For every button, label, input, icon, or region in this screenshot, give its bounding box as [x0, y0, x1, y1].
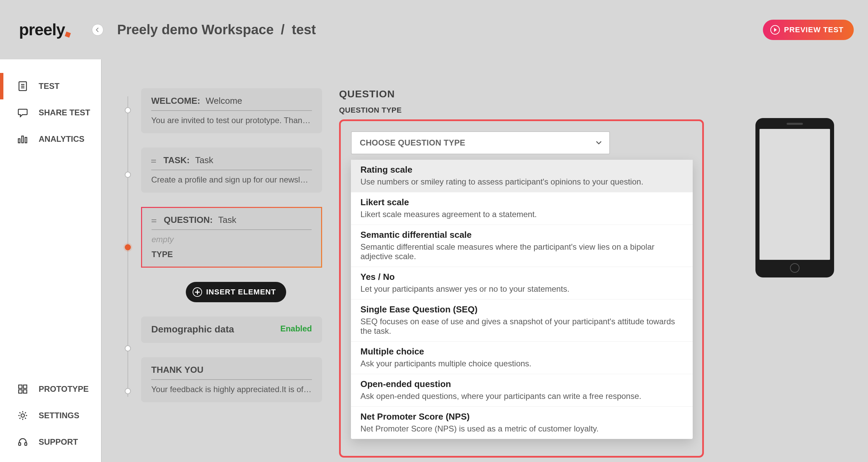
sidebar-item-label: TEST [39, 81, 59, 91]
question-type-dropdown[interactable]: CHOOSE QUESTION TYPE [351, 131, 610, 154]
svg-point-11 [21, 414, 24, 417]
chat-icon [18, 108, 28, 118]
option-title: Yes / No [360, 272, 683, 282]
detail-panel: QUESTION QUESTION TYPE CHOOSE QUESTION T… [339, 88, 854, 458]
step-desc: Your feedback is highly appreciated.It i… [151, 380, 312, 394]
sidebar: TEST SHARE TEST ANALYTICS [0, 59, 102, 462]
sidebar-item-label: PROTOTYPE [39, 384, 89, 394]
option-title: Single Ease Question (SEQ) [360, 304, 683, 315]
phone-screen [760, 129, 830, 260]
timeline-dot [125, 388, 131, 394]
sidebar-item-share-test[interactable]: SHARE TEST [0, 99, 101, 126]
logo-text: preely [19, 21, 65, 39]
breadcrumb-workspace[interactable]: Preely demo Workspace [117, 22, 274, 37]
option-semantic-differential[interactable]: Semantic differential scale Semantic dif… [351, 225, 693, 267]
svg-rect-5 [22, 136, 23, 143]
option-title: Multiple choice [360, 346, 683, 357]
logo-dot-icon [65, 32, 71, 38]
breadcrumb-separator: / [281, 22, 284, 37]
step-label: TASK: [163, 155, 190, 166]
option-desc: Ask open-ended questions, where your par… [360, 391, 683, 401]
sidebar-item-test[interactable]: TEST [0, 73, 101, 99]
svg-rect-10 [23, 390, 27, 393]
sidebar-item-support[interactable]: SUPPORT [0, 429, 101, 455]
timeline-dot [125, 172, 131, 178]
option-desc: SEQ focuses on ease of use and gives a s… [360, 317, 683, 336]
option-desc: Net Promoter Score (NPS) is used as a me… [360, 424, 683, 434]
option-likert-scale[interactable]: Likert scale Likert scale measures agree… [351, 192, 693, 225]
insert-element-label: INSERT ELEMENT [206, 288, 276, 296]
sidebar-item-prototype[interactable]: PROTOTYPE [0, 376, 101, 402]
step-empty: empty [152, 230, 312, 244]
breadcrumb: Preely demo Workspace / test [117, 22, 316, 37]
back-button[interactable] [92, 24, 103, 36]
step-desc: Create a profile and sign up for our new… [151, 170, 312, 185]
plus-icon [193, 287, 202, 297]
logo[interactable]: preely [19, 20, 70, 39]
preview-test-button[interactable]: PREVIEW TEST [763, 20, 854, 40]
option-desc: Let your participants answer yes or no t… [360, 284, 683, 294]
breadcrumb-current[interactable]: test [292, 22, 316, 37]
header: preely Preely demo Workspace / test PREV… [0, 0, 868, 59]
option-nps[interactable]: Net Promoter Score (NPS) Net Promoter Sc… [351, 406, 693, 439]
question-type-listbox: Rating scale Use numbers or smiley ratin… [351, 160, 693, 439]
sidebar-item-analytics[interactable]: ANALYTICS [0, 126, 101, 152]
chevron-left-icon [96, 27, 100, 32]
svg-rect-8 [23, 385, 27, 388]
sidebar-item-settings[interactable]: SETTINGS [0, 402, 101, 429]
option-yes-no[interactable]: Yes / No Let your participants answer ye… [351, 267, 693, 299]
grid-icon [18, 384, 28, 394]
step-card-welcome[interactable]: WELCOME: Welcome You are invited to test… [141, 88, 322, 133]
svg-rect-4 [18, 139, 20, 143]
phone-home-icon [790, 263, 800, 273]
option-desc: Likert scale measures agreement to a sta… [360, 210, 683, 219]
sidebar-item-label: SETTINGS [39, 411, 79, 420]
step-card-thankyou[interactable]: THANK YOU Your feedback is highly apprec… [141, 357, 322, 402]
svg-rect-12 [19, 443, 21, 445]
option-multiple-choice[interactable]: Multiple choice Ask your participants mu… [351, 341, 693, 374]
svg-rect-7 [19, 385, 22, 388]
step-card-task[interactable]: TASK: Task Create a profile and sign up … [141, 148, 322, 193]
option-rating-scale[interactable]: Rating scale Use numbers or smiley ratin… [351, 160, 693, 192]
enabled-badge: Enabled [280, 324, 312, 333]
sidebar-item-label: SHARE TEST [39, 108, 90, 117]
drag-handle-icon[interactable] [151, 158, 156, 163]
option-title: Open-ended question [360, 379, 683, 389]
step-value: Task [218, 215, 236, 225]
chevron-down-icon [596, 141, 602, 145]
phone-preview [755, 118, 834, 277]
timeline-dot [125, 107, 131, 113]
step-card-demographic[interactable]: Enabled Demographic data [141, 316, 322, 343]
option-title: Semantic differential scale [360, 230, 683, 240]
step-label: THANK YOU [151, 365, 203, 375]
step-card-question[interactable]: QUESTION: Task empty TYPE [141, 207, 322, 268]
highlight-box: CHOOSE QUESTION TYPE Rating scale Use nu… [339, 119, 704, 458]
document-icon [18, 81, 28, 91]
phone-speaker-icon [787, 123, 803, 125]
timeline-dot [125, 345, 131, 351]
timeline-dot-active [125, 244, 131, 250]
step-label: QUESTION: [164, 215, 213, 225]
option-title: Net Promoter Score (NPS) [360, 411, 683, 422]
svg-rect-13 [25, 443, 27, 445]
preview-test-label: PREVIEW TEST [784, 25, 844, 34]
drag-handle-icon[interactable] [152, 218, 156, 223]
detail-heading: QUESTION [339, 88, 854, 100]
option-title: Rating scale [360, 165, 683, 175]
insert-element-button[interactable]: INSERT ELEMENT [186, 282, 286, 302]
option-open-ended[interactable]: Open-ended question Ask open-ended quest… [351, 374, 693, 406]
step-label: WELCOME: [151, 96, 200, 106]
step-value: Task [195, 155, 213, 166]
option-seq[interactable]: Single Ease Question (SEQ) SEQ focuses o… [351, 299, 693, 341]
sidebar-item-label: SUPPORT [39, 437, 78, 447]
step-list: WELCOME: Welcome You are invited to test… [122, 88, 322, 417]
play-icon [770, 25, 780, 35]
headset-icon [18, 437, 28, 447]
option-title: Likert scale [360, 197, 683, 208]
main-panel: WELCOME: Welcome You are invited to test… [102, 59, 868, 462]
detail-subheading: QUESTION TYPE [339, 106, 854, 115]
option-desc: Use numbers or smiley rating to assess p… [360, 177, 683, 187]
step-value: Welcome [205, 96, 242, 106]
step-label: Demographic data [151, 324, 234, 334]
option-desc: Ask your participants multiple choice qu… [360, 359, 683, 368]
